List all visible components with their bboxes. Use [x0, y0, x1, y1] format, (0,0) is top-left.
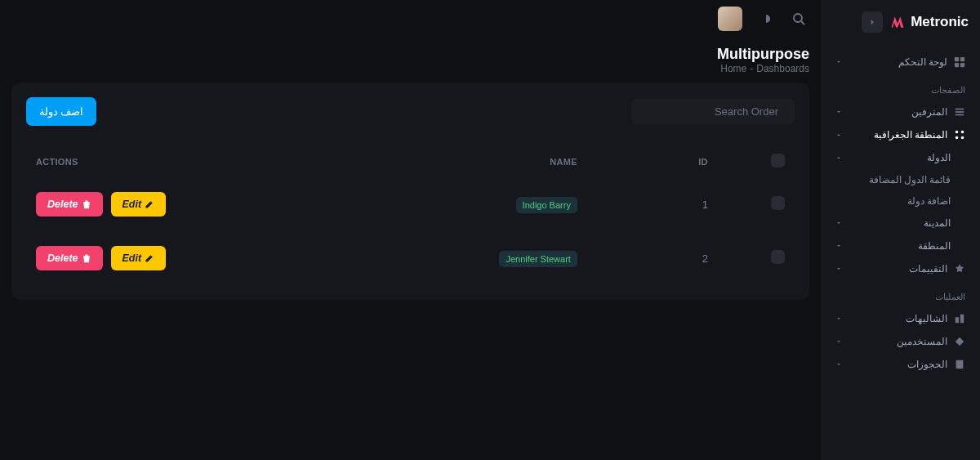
sidebar-item-geo[interactable]: المنطقة الجغرافية — [832, 123, 969, 146]
chalets-icon — [954, 313, 965, 324]
breadcrumb-item[interactable]: Home — [720, 63, 746, 74]
svg-point-10 — [961, 136, 964, 140]
brand-logo-icon — [889, 14, 906, 30]
sidebar: Metronic لوحة التحكم الصفحات المترفين ال… — [821, 0, 980, 460]
search-wrap — [631, 99, 795, 124]
edit-button[interactable]: Edit — [111, 246, 167, 270]
edit-button[interactable]: Edit — [111, 192, 167, 217]
pencil-icon — [145, 253, 154, 263]
sidebar-item-label: المنطقة الجغرافية — [874, 129, 947, 141]
delete-button[interactable]: Delete — [36, 246, 103, 270]
row-id: 2 — [587, 231, 718, 285]
sidebar-item-users[interactable]: المستخدمين — [832, 330, 969, 353]
delete-button[interactable]: Delete — [36, 192, 103, 217]
chevron-down-icon — [835, 315, 842, 322]
star-icon — [954, 263, 965, 275]
users-icon — [954, 336, 965, 347]
sidebar-item-label: الحجوزات — [907, 359, 947, 370]
trash-icon — [82, 253, 91, 263]
col-id: ID — [587, 145, 718, 177]
sidebar-item-dashboard[interactable]: لوحة التحكم — [832, 51, 969, 74]
row-id: 1 — [587, 177, 718, 231]
table-row: Delete Edit Indigo Barry 1 — [26, 177, 795, 231]
sidebar-item-label: المستخدمين — [897, 336, 947, 347]
col-actions: ACTIONS — [26, 145, 372, 177]
moon-icon — [760, 12, 773, 25]
svg-rect-2 — [955, 63, 959, 67]
sidebar-item-label: المترفين — [911, 106, 947, 118]
breadcrumb-separator: - — [746, 63, 756, 74]
svg-rect-3 — [960, 63, 964, 67]
geo-icon — [954, 129, 965, 141]
search-icon — [792, 12, 805, 25]
row-checkbox[interactable] — [771, 250, 785, 264]
sidebar-collapse-button[interactable] — [862, 11, 883, 33]
name-badge: Jennifer Stewart — [499, 251, 577, 267]
chevron-down-icon — [835, 266, 842, 272]
pencil-icon — [145, 199, 154, 209]
breadcrumb: Home-Dashboards — [720, 63, 809, 74]
svg-rect-13 — [956, 360, 964, 369]
theme-toggle-button[interactable] — [757, 10, 775, 28]
col-name: NAME — [372, 145, 586, 177]
sidebar-item-ratings[interactable]: التقييمات — [832, 257, 969, 280]
sidebar-item-label: الدولة — [927, 152, 951, 163]
svg-rect-0 — [955, 57, 959, 61]
brand-name: Metronic — [911, 14, 969, 30]
grid-icon — [954, 56, 965, 68]
search-button[interactable] — [790, 10, 808, 28]
sidebar-item-label: المنطقة — [918, 240, 951, 252]
sidebar-item-chalets[interactable]: الشاليهات — [832, 307, 969, 330]
sidebar-item-area[interactable]: المنطقة — [832, 234, 969, 257]
card: اضف دولة ACTIONS NAME ID Delet — [11, 83, 809, 300]
sidebar-item-label: المدينة — [924, 217, 951, 229]
chevron-down-icon — [835, 59, 842, 65]
chevron-down-icon — [835, 243, 842, 249]
chevron-up-icon — [835, 132, 842, 138]
page-title: Multipurpose — [717, 46, 809, 63]
chevron-up-icon — [835, 154, 842, 161]
svg-rect-4 — [956, 109, 964, 110]
avatar[interactable] — [718, 7, 742, 31]
svg-point-14 — [794, 14, 802, 22]
breadcrumb-item[interactable]: Dashboards — [756, 63, 809, 74]
svg-point-9 — [956, 136, 959, 140]
sidebar-item-bookings[interactable]: الحجوزات — [832, 353, 969, 376]
sidebar-section-pages: الصفحات — [832, 74, 969, 100]
svg-rect-1 — [960, 57, 964, 61]
svg-point-8 — [961, 131, 964, 134]
add-country-button[interactable]: اضف دولة — [26, 97, 96, 126]
name-badge: Indigo Barry — [516, 197, 577, 213]
svg-rect-11 — [956, 317, 959, 323]
list-icon — [954, 106, 965, 118]
search-input[interactable] — [641, 105, 778, 118]
topbar — [0, 0, 821, 38]
bookings-icon — [954, 359, 965, 370]
card-toolbar: اضف دولة — [26, 97, 795, 126]
action-cell: Delete Edit — [36, 246, 362, 270]
data-table: ACTIONS NAME ID Delete Edit Indigo Barry — [26, 145, 795, 285]
brand: Metronic — [832, 11, 969, 33]
svg-line-15 — [801, 21, 804, 25]
trash-icon — [82, 199, 91, 209]
sidebar-subitem-country-list[interactable]: قائمة الدول المضافة — [832, 169, 969, 190]
chevron-down-icon — [835, 338, 842, 345]
svg-rect-5 — [956, 111, 964, 113]
sidebar-item-translators[interactable]: المترفين — [832, 100, 969, 123]
page-header: Multipurpose Home-Dashboards — [11, 46, 809, 74]
svg-rect-6 — [956, 114, 964, 116]
row-checkbox[interactable] — [771, 196, 785, 210]
page-content: Multipurpose Home-Dashboards اضف دولة AC… — [0, 38, 821, 460]
sidebar-item-label: الشاليهات — [906, 313, 947, 324]
sidebar-item-city[interactable]: المدينة — [832, 212, 969, 234]
table-row: Delete Edit Jennifer Stewart 2 — [26, 231, 795, 285]
svg-point-7 — [956, 131, 959, 134]
chevron-down-icon — [835, 220, 842, 226]
chevron-down-icon — [835, 109, 842, 115]
select-all-checkbox[interactable] — [771, 154, 785, 167]
sidebar-subitem-country-add[interactable]: اضافة دولة — [832, 190, 969, 212]
action-cell: Delete Edit — [36, 192, 362, 217]
sidebar-section-ops: العمليات — [832, 280, 969, 307]
sidebar-item-country[interactable]: الدولة — [832, 146, 969, 169]
sidebar-item-label: لوحة التحكم — [898, 56, 947, 68]
